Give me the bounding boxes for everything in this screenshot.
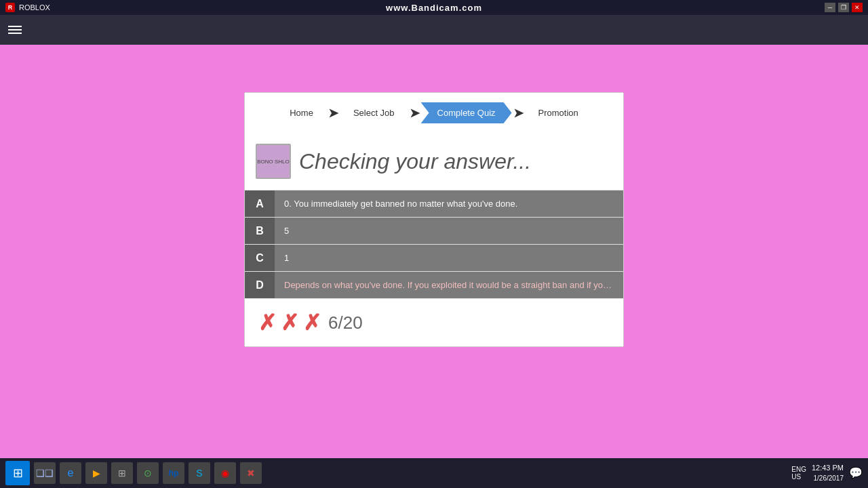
option-c-letter: C <box>245 245 275 271</box>
option-b-letter: B <box>245 218 275 244</box>
rec-icon: ◉ <box>221 468 229 479</box>
checking-text: Checking your answer... <box>299 149 531 174</box>
extra-button[interactable]: ✖ <box>240 462 262 484</box>
title-bar-left: R ROBLOX <box>5 3 50 12</box>
rec-button[interactable]: ◉ <box>214 462 236 484</box>
ie-icon: e <box>68 467 74 479</box>
title-bar: R ROBLOX www.Bandicam.com ─ ❐ ✕ <box>0 0 868 15</box>
x-marks: ✗ ✗ ✗ <box>258 310 321 336</box>
arrow-1: ➤ <box>328 106 338 121</box>
x-mark-1: ✗ <box>258 310 277 336</box>
hp-icon: hp <box>169 468 179 478</box>
option-c[interactable]: C 1 <box>245 244 623 271</box>
hp-button[interactable]: hp <box>163 462 184 484</box>
recording-watermark: www.Bandicam.com <box>386 3 482 13</box>
option-a-text: 0. You immediately get banned no matter … <box>275 190 623 217</box>
option-c-text: 1 <box>275 245 623 271</box>
app-icon: R <box>5 3 15 12</box>
checking-area: BONO SHLO Checking your answer... <box>245 133 623 190</box>
app-title: ROBLOX <box>19 3 50 12</box>
store-button[interactable]: ⊞ <box>111 462 133 484</box>
arrow-2: ➤ <box>410 106 420 121</box>
task-view-button[interactable]: ❑❑ <box>34 462 56 484</box>
store-icon: ⊞ <box>118 468 126 479</box>
score-display: 6/20 <box>328 312 363 333</box>
option-a[interactable]: A 0. You immediately get banned no matte… <box>245 190 623 217</box>
x-mark-2: ✗ <box>281 310 299 336</box>
option-d-text: Depends on what you've done. If you expl… <box>275 272 623 298</box>
start-button[interactable]: ⊞ <box>5 461 30 485</box>
score-area: ✗ ✗ ✗ 6/20 <box>245 298 623 346</box>
step-complete-quiz[interactable]: Complete Quiz <box>421 102 512 123</box>
step-promotion[interactable]: Promotion <box>525 102 592 123</box>
option-a-letter: A <box>245 190 275 217</box>
notification-button[interactable]: 💬 <box>849 466 863 479</box>
window-controls: ─ ❐ ✕ <box>825 3 863 12</box>
taskbar-right: ENGUS 12:43 PM 1/26/2017 💬 <box>791 463 863 483</box>
x-mark-3: ✗ <box>303 310 321 336</box>
clock-time: 12:43 PM <box>812 463 844 473</box>
media-button[interactable]: ▶ <box>85 462 107 484</box>
task-view-icon: ❑❑ <box>36 468 54 479</box>
extra-icon: ✖ <box>247 468 255 479</box>
step-select-job[interactable]: Select Job <box>340 102 408 123</box>
ie-button[interactable]: e <box>60 462 81 484</box>
toolbar <box>0 15 868 45</box>
chrome-button[interactable]: ⊙ <box>137 462 159 484</box>
option-b[interactable]: B 5 <box>245 217 623 244</box>
option-b-text: 5 <box>275 218 623 244</box>
windows-icon: ⊞ <box>13 466 23 481</box>
step-home[interactable]: Home <box>276 102 327 123</box>
progress-steps: Home ➤ Select Job ➤ Complete Quiz ➤ Prom… <box>245 93 623 133</box>
chrome-icon: ⊙ <box>144 468 152 479</box>
option-d[interactable]: D Depends on what you've done. If you ex… <box>245 271 623 298</box>
restore-button[interactable]: ❐ <box>838 3 849 12</box>
minimize-button[interactable]: ─ <box>825 3 835 12</box>
taskbar-locale: ENGUS <box>791 466 806 481</box>
avatar: BONO SHLO <box>256 144 291 179</box>
arrow-3: ➤ <box>513 106 524 121</box>
close-button[interactable]: ✕ <box>852 3 863 12</box>
quiz-container: Home ➤ Select Job ➤ Complete Quiz ➤ Prom… <box>244 92 624 347</box>
main-content: Home ➤ Select Job ➤ Complete Quiz ➤ Prom… <box>0 45 868 458</box>
clock-date: 1/26/2017 <box>812 474 844 483</box>
taskbar-clock: 12:43 PM 1/26/2017 <box>812 463 844 483</box>
menu-button[interactable] <box>8 26 22 34</box>
taskbar: ⊞ ❑❑ e ▶ ⊞ ⊙ hp S ◉ ✖ ENGUS 12:43 PM 1/2… <box>0 458 868 488</box>
media-icon: ▶ <box>93 468 100 479</box>
option-d-letter: D <box>245 272 275 298</box>
skype-button[interactable]: S <box>189 462 210 484</box>
skype-icon: S <box>196 468 202 479</box>
